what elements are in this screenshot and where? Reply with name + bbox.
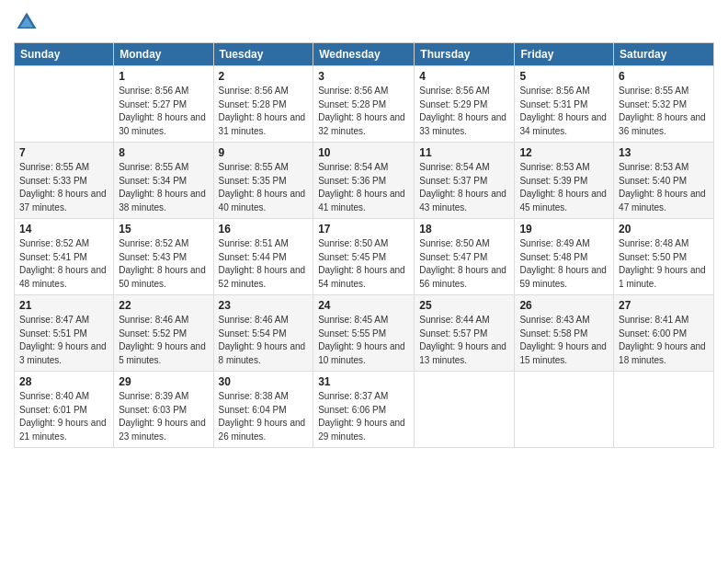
day-cell: 8Sunrise: 8:55 AMSunset: 5:34 PMDaylight… [114, 143, 213, 219]
day-number: 18 [419, 223, 509, 236]
day-number: 17 [318, 223, 409, 236]
day-info: Sunrise: 8:55 AMSunset: 5:33 PMDaylight:… [19, 161, 108, 214]
day-info: Sunrise: 8:41 AMSunset: 6:00 PMDaylight:… [619, 314, 709, 367]
logo [14, 9, 43, 35]
day-cell: 6Sunrise: 8:55 AMSunset: 5:32 PMDaylight… [614, 66, 714, 143]
day-cell [15, 66, 114, 143]
column-header-saturday: Saturday [614, 43, 714, 66]
day-info: Sunrise: 8:55 AMSunset: 5:34 PMDaylight:… [119, 161, 208, 214]
day-cell: 14Sunrise: 8:52 AMSunset: 5:41 PMDayligh… [15, 219, 114, 295]
day-cell: 12Sunrise: 8:53 AMSunset: 5:39 PMDayligh… [515, 143, 614, 219]
week-row-3: 14Sunrise: 8:52 AMSunset: 5:41 PMDayligh… [15, 219, 714, 295]
day-number: 25 [419, 299, 509, 312]
day-number: 27 [619, 299, 709, 312]
week-row-1: 1Sunrise: 8:56 AMSunset: 5:27 PMDaylight… [15, 66, 714, 143]
day-cell: 13Sunrise: 8:53 AMSunset: 5:40 PMDayligh… [614, 143, 714, 219]
header-row: SundayMondayTuesdayWednesdayThursdayFrid… [15, 43, 714, 66]
day-info: Sunrise: 8:44 AMSunset: 5:57 PMDaylight:… [419, 314, 509, 367]
day-number: 13 [619, 146, 709, 159]
day-info: Sunrise: 8:56 AMSunset: 5:28 PMDaylight:… [318, 85, 409, 138]
day-cell: 30Sunrise: 8:38 AMSunset: 6:04 PMDayligh… [213, 372, 313, 448]
day-cell: 7Sunrise: 8:55 AMSunset: 5:33 PMDaylight… [15, 143, 114, 219]
column-header-wednesday: Wednesday [313, 43, 415, 66]
day-info: Sunrise: 8:51 AMSunset: 5:44 PMDaylight:… [219, 237, 309, 291]
day-number: 28 [19, 375, 108, 388]
day-number: 22 [119, 299, 208, 312]
week-row-4: 21Sunrise: 8:47 AMSunset: 5:51 PMDayligh… [15, 295, 714, 372]
column-header-tuesday: Tuesday [213, 43, 313, 66]
day-number: 8 [119, 146, 208, 159]
day-number: 4 [419, 70, 509, 83]
day-info: Sunrise: 8:56 AMSunset: 5:28 PMDaylight:… [219, 85, 309, 138]
day-cell: 3Sunrise: 8:56 AMSunset: 5:28 PMDaylight… [313, 66, 415, 143]
day-info: Sunrise: 8:56 AMSunset: 5:29 PMDaylight:… [419, 85, 509, 138]
day-info: Sunrise: 8:52 AMSunset: 5:43 PMDaylight:… [119, 237, 208, 291]
day-number: 19 [519, 223, 609, 236]
day-info: Sunrise: 8:52 AMSunset: 5:41 PMDaylight:… [19, 237, 108, 291]
day-number: 2 [219, 70, 309, 83]
day-info: Sunrise: 8:38 AMSunset: 6:04 PMDaylight:… [219, 390, 309, 443]
day-cell: 23Sunrise: 8:46 AMSunset: 5:54 PMDayligh… [213, 295, 313, 372]
column-header-thursday: Thursday [415, 43, 515, 66]
page: SundayMondayTuesdayWednesdayThursdayFrid… [0, 0, 728, 563]
day-info: Sunrise: 8:37 AMSunset: 6:06 PMDaylight:… [318, 390, 409, 443]
day-info: Sunrise: 8:56 AMSunset: 5:27 PMDaylight:… [119, 85, 208, 138]
day-number: 20 [619, 223, 709, 236]
week-row-5: 28Sunrise: 8:40 AMSunset: 6:01 PMDayligh… [15, 372, 714, 448]
day-info: Sunrise: 8:53 AMSunset: 5:39 PMDaylight:… [519, 161, 609, 214]
day-cell: 21Sunrise: 8:47 AMSunset: 5:51 PMDayligh… [15, 295, 114, 372]
day-cell: 16Sunrise: 8:51 AMSunset: 5:44 PMDayligh… [213, 219, 313, 295]
day-info: Sunrise: 8:54 AMSunset: 5:37 PMDaylight:… [419, 161, 509, 214]
day-cell: 26Sunrise: 8:43 AMSunset: 5:58 PMDayligh… [515, 295, 614, 372]
day-cell: 1Sunrise: 8:56 AMSunset: 5:27 PMDaylight… [114, 66, 213, 143]
calendar-table: SundayMondayTuesdayWednesdayThursdayFrid… [14, 42, 714, 448]
day-number: 5 [519, 70, 609, 83]
day-info: Sunrise: 8:55 AMSunset: 5:35 PMDaylight:… [219, 161, 309, 214]
day-cell: 2Sunrise: 8:56 AMSunset: 5:28 PMDaylight… [213, 66, 313, 143]
day-info: Sunrise: 8:47 AMSunset: 5:51 PMDaylight:… [19, 314, 108, 367]
day-number: 31 [318, 375, 409, 388]
day-info: Sunrise: 8:40 AMSunset: 6:01 PMDaylight:… [19, 390, 108, 443]
day-cell: 18Sunrise: 8:50 AMSunset: 5:47 PMDayligh… [415, 219, 515, 295]
day-cell: 22Sunrise: 8:46 AMSunset: 5:52 PMDayligh… [114, 295, 213, 372]
day-number: 16 [219, 223, 309, 236]
day-number: 29 [119, 375, 208, 388]
day-cell: 5Sunrise: 8:56 AMSunset: 5:31 PMDaylight… [515, 66, 614, 143]
logo-icon [14, 9, 40, 35]
day-info: Sunrise: 8:54 AMSunset: 5:36 PMDaylight:… [318, 161, 409, 214]
header [14, 9, 714, 35]
day-number: 21 [19, 299, 108, 312]
day-number: 26 [519, 299, 609, 312]
day-number: 24 [318, 299, 409, 312]
week-row-2: 7Sunrise: 8:55 AMSunset: 5:33 PMDaylight… [15, 143, 714, 219]
day-cell: 29Sunrise: 8:39 AMSunset: 6:03 PMDayligh… [114, 372, 213, 448]
day-info: Sunrise: 8:45 AMSunset: 5:55 PMDaylight:… [318, 314, 409, 367]
day-cell: 15Sunrise: 8:52 AMSunset: 5:43 PMDayligh… [114, 219, 213, 295]
day-cell [415, 372, 515, 448]
day-cell: 28Sunrise: 8:40 AMSunset: 6:01 PMDayligh… [15, 372, 114, 448]
day-info: Sunrise: 8:43 AMSunset: 5:58 PMDaylight:… [519, 314, 609, 367]
day-info: Sunrise: 8:39 AMSunset: 6:03 PMDaylight:… [119, 390, 208, 443]
day-cell: 10Sunrise: 8:54 AMSunset: 5:36 PMDayligh… [313, 143, 415, 219]
day-number: 11 [419, 146, 509, 159]
column-header-monday: Monday [114, 43, 213, 66]
day-cell: 24Sunrise: 8:45 AMSunset: 5:55 PMDayligh… [313, 295, 415, 372]
day-number: 6 [619, 70, 709, 83]
day-cell [515, 372, 614, 448]
day-info: Sunrise: 8:55 AMSunset: 5:32 PMDaylight:… [619, 85, 709, 138]
column-header-friday: Friday [515, 43, 614, 66]
day-number: 7 [19, 146, 108, 159]
day-number: 15 [119, 223, 208, 236]
day-number: 23 [219, 299, 309, 312]
column-header-sunday: Sunday [15, 43, 114, 66]
day-number: 10 [318, 146, 409, 159]
day-cell: 31Sunrise: 8:37 AMSunset: 6:06 PMDayligh… [313, 372, 415, 448]
day-cell: 11Sunrise: 8:54 AMSunset: 5:37 PMDayligh… [415, 143, 515, 219]
day-cell: 20Sunrise: 8:48 AMSunset: 5:50 PMDayligh… [614, 219, 714, 295]
day-cell: 27Sunrise: 8:41 AMSunset: 6:00 PMDayligh… [614, 295, 714, 372]
day-number: 1 [119, 70, 208, 83]
day-cell: 17Sunrise: 8:50 AMSunset: 5:45 PMDayligh… [313, 219, 415, 295]
day-number: 3 [318, 70, 409, 83]
day-info: Sunrise: 8:49 AMSunset: 5:48 PMDaylight:… [519, 237, 609, 291]
day-number: 14 [19, 223, 108, 236]
